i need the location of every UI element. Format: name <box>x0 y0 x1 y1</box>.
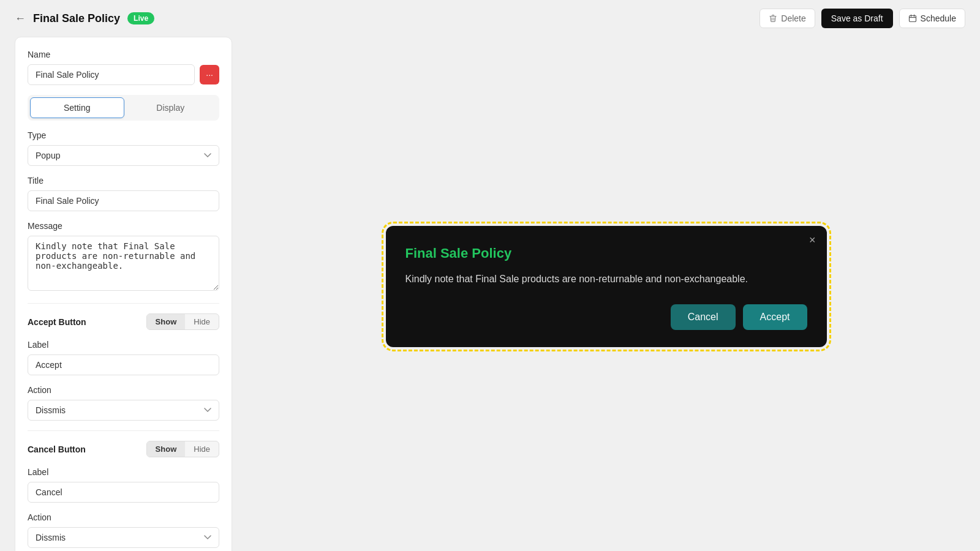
type-label: Type <box>28 130 219 140</box>
message-label: Message <box>28 221 219 231</box>
accept-action-select[interactable]: Dissmis Redirect Close <box>28 400 219 421</box>
cancel-label-label: Label <box>28 467 219 477</box>
popup-cancel-button[interactable]: Cancel <box>671 304 736 330</box>
schedule-label: Schedule <box>921 13 956 23</box>
topbar: ← Final Sale Policy Live Delete Save as … <box>0 0 980 37</box>
name-input[interactable] <box>28 64 195 85</box>
svg-rect-2 <box>909 16 916 22</box>
popup-accept-button[interactable]: Accept <box>743 304 807 330</box>
divider-cancel <box>28 430 219 431</box>
message-textarea[interactable]: Kindly note that Final Sale products are… <box>28 236 219 291</box>
trash-icon <box>769 14 777 23</box>
cancel-button-row: Cancel Button Show Hide <box>28 441 219 457</box>
tab-row: Setting Display <box>28 95 219 121</box>
live-badge: Live <box>127 12 154 24</box>
accept-show-hide-toggle: Show Hide <box>146 313 219 330</box>
type-select[interactable]: Popup Banner Toast <box>28 145 219 166</box>
accept-button-title: Accept Button <box>28 317 86 327</box>
title-input[interactable] <box>28 190 219 211</box>
schedule-button[interactable]: Schedule <box>899 9 965 28</box>
left-panel: Name ··· Setting Display Type Popup Bann… <box>15 37 232 551</box>
delete-button[interactable]: Delete <box>760 9 815 28</box>
page-title: Final Sale Policy <box>33 12 120 25</box>
topbar-right: Delete Save as Draft Schedule <box>760 9 965 28</box>
cancel-show-btn[interactable]: Show <box>147 441 186 457</box>
accept-button-row: Accept Button Show Hide <box>28 313 219 330</box>
popup-close-button[interactable]: × <box>809 234 816 246</box>
accept-hide-btn[interactable]: Hide <box>185 314 219 329</box>
name-label: Name <box>28 50 219 59</box>
accept-label-input[interactable] <box>28 354 219 375</box>
cancel-show-hide-toggle: Show Hide <box>146 441 219 457</box>
main-layout: Name ··· Setting Display Type Popup Bann… <box>0 37 980 551</box>
accept-label-label: Label <box>28 340 219 350</box>
name-input-row: ··· <box>28 64 219 85</box>
accept-action-label: Action <box>28 385 219 395</box>
popup-preview-message: Kindly note that Final Sale products are… <box>405 271 807 287</box>
tab-display[interactable]: Display <box>124 97 217 118</box>
back-button[interactable]: ← <box>15 12 26 25</box>
cancel-action-label: Action <box>28 512 219 522</box>
save-draft-button[interactable]: Save as Draft <box>821 9 893 28</box>
popup-preview-title: Final Sale Policy <box>405 246 807 261</box>
popup-actions: Cancel Accept <box>405 304 807 330</box>
cancel-hide-btn[interactable]: Hide <box>185 441 219 457</box>
cancel-button-title: Cancel Button <box>28 444 86 454</box>
divider-accept <box>28 303 219 304</box>
tab-setting[interactable]: Setting <box>30 97 124 118</box>
popup-preview: × Final Sale Policy Kindly note that Fin… <box>386 226 827 347</box>
accept-show-btn[interactable]: Show <box>147 314 186 329</box>
calendar-icon <box>908 14 917 23</box>
cancel-label-input[interactable] <box>28 482 219 503</box>
delete-label: Delete <box>781 13 805 23</box>
topbar-left: ← Final Sale Policy Live <box>15 12 154 25</box>
cancel-action-select[interactable]: Dissmis Redirect Close <box>28 527 219 548</box>
title-label: Title <box>28 176 219 186</box>
name-options-button[interactable]: ··· <box>200 65 219 84</box>
right-area: × Final Sale Policy Kindly note that Fin… <box>247 37 965 536</box>
